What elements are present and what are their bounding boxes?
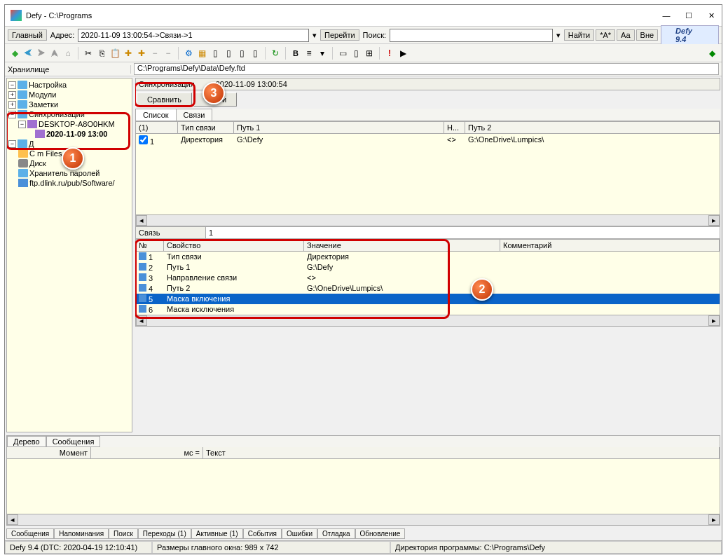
up-icon[interactable]: ⮝ — [49, 48, 60, 59]
tree-settings[interactable]: Настройка — [29, 81, 67, 89]
address-input[interactable] — [78, 29, 309, 42]
vne-toggle[interactable]: Вне — [636, 29, 659, 41]
tree-ftp[interactable]: ftp.dlink.ru/pub/Software/ — [29, 179, 115, 187]
back-icon[interactable]: ⮜ — [22, 48, 34, 59]
link-row[interactable]: 1 Директория G:\Defy <> G:\OneDrive\Lump… — [136, 134, 720, 147]
tree-disk[interactable]: Диск — [29, 159, 46, 168]
tree-hidden[interactable]: Д — [29, 139, 34, 148]
btab-update[interactable]: Обновление — [355, 528, 406, 539]
wildcard-toggle[interactable]: *A* — [596, 29, 615, 41]
tree-notes[interactable]: Заметки — [29, 100, 58, 109]
expand-icon[interactable]: + — [8, 101, 16, 109]
main-button[interactable]: Главный — [8, 29, 47, 41]
btab-transitions[interactable]: Переходы (1) — [138, 528, 191, 539]
cube-icon — [139, 263, 146, 271]
minimize-button[interactable]: — — [661, 11, 671, 20]
add-icon[interactable]: ✚ — [123, 48, 134, 59]
btab-active[interactable]: Активные (1) — [191, 528, 243, 539]
col-path2[interactable]: Путь 2 — [465, 122, 720, 133]
layout3-icon[interactable]: ⊞ — [364, 48, 375, 59]
pcol-prop[interactable]: Свойство — [164, 240, 304, 251]
tab-messages[interactable]: Сообщения — [46, 436, 101, 447]
gear-icon[interactable]: ⚙ — [183, 48, 194, 59]
btab-events[interactable]: События — [243, 528, 282, 539]
layout2-icon[interactable]: ▯ — [350, 48, 362, 59]
folder-icon — [18, 110, 27, 118]
align-icon[interactable]: ≡ — [303, 48, 315, 59]
btab-search[interactable]: Поиск — [109, 528, 138, 539]
tree-sync[interactable]: Синхронизации — [29, 110, 85, 118]
pcol-comment[interactable]: Комментарий — [500, 240, 720, 251]
folder-icon — [18, 169, 28, 177]
del-icon[interactable]: − — [149, 48, 160, 59]
btab-errors[interactable]: Ошибки — [282, 528, 317, 539]
tab-links[interactable]: Связи — [176, 109, 213, 121]
search-dropdown-icon[interactable]: ▾ — [554, 31, 563, 40]
tree-panel[interactable]: −Настройка +Модули +Заметки −Синхронизац… — [6, 78, 132, 432]
expand-icon[interactable]: + — [8, 91, 16, 99]
col-path1[interactable]: Путь 1 — [234, 122, 444, 133]
new-icon[interactable]: ◆ — [9, 48, 20, 59]
alert-icon[interactable]: ! — [384, 48, 395, 59]
copy-icon[interactable]: ⎘ — [96, 48, 107, 59]
folder-icon — [18, 90, 27, 99]
find-button[interactable]: Найти — [564, 29, 594, 41]
folder-icon — [18, 139, 27, 148]
search-input[interactable] — [390, 29, 553, 42]
btab-reminders[interactable]: Напоминания — [54, 528, 109, 539]
scroll-left-icon[interactable]: ◂ — [136, 215, 147, 226]
logcol-moment[interactable]: Момент — [7, 447, 91, 458]
pcol-val[interactable]: Значение — [304, 240, 500, 251]
fwd-icon[interactable]: ⮞ — [36, 48, 47, 59]
col-dir[interactable]: Н... — [444, 122, 465, 133]
pcol-n[interactable]: № — [136, 240, 164, 251]
logcol-ms[interactable]: мс = — [91, 447, 203, 458]
col-type[interactable]: Тип связи — [178, 122, 234, 133]
go-button[interactable]: Перейти — [320, 29, 359, 41]
expand-icon[interactable]: − — [8, 81, 16, 89]
doc4-icon[interactable]: ▯ — [249, 48, 261, 59]
doc2-icon[interactable]: ▯ — [223, 48, 234, 59]
expand-icon[interactable]: − — [18, 121, 26, 128]
tab-tree[interactable]: Дерево — [7, 436, 46, 447]
compare-button[interactable]: Сравнить — [137, 93, 192, 107]
col-1[interactable]: (1) — [136, 122, 178, 133]
tab-list[interactable]: Список — [135, 109, 177, 121]
logcol-text[interactable]: Текст — [203, 447, 720, 458]
layout1-icon[interactable]: ▭ — [337, 48, 348, 59]
scroll-right-icon[interactable]: ▸ — [708, 215, 720, 226]
tree-sync-date[interactable]: 2020-11-09 13:00 — [46, 130, 107, 138]
del2-icon[interactable]: − — [163, 48, 174, 59]
close-button[interactable]: ✕ — [706, 11, 716, 20]
scroll-left-icon[interactable]: ◂ — [136, 315, 147, 326]
doc1-icon[interactable]: ▯ — [210, 48, 221, 59]
scroll-left-icon[interactable]: ◂ — [7, 514, 18, 525]
maximize-button[interactable]: ☐ — [684, 11, 694, 20]
scroll-right-icon[interactable]: ▸ — [708, 315, 720, 326]
add2-icon[interactable]: ✚ — [136, 48, 147, 59]
link-detail-header: Связь 1 — [135, 226, 720, 239]
expand-icon[interactable]: − — [8, 140, 16, 148]
align-dd-icon[interactable]: ▾ — [317, 48, 328, 59]
address-dropdown-icon[interactable]: ▾ — [310, 31, 319, 40]
tree-modules[interactable]: Модули — [29, 90, 56, 99]
bold-icon[interactable]: B — [290, 48, 301, 59]
tree-passwords[interactable]: Хранитель паролей — [29, 169, 99, 177]
row-checkbox[interactable] — [139, 135, 148, 144]
play-icon[interactable]: ▶ — [397, 48, 408, 59]
cut-icon[interactable]: ✂ — [83, 48, 94, 59]
app-icon — [11, 10, 22, 21]
btab-messages[interactable]: Сообщения — [6, 528, 54, 539]
btab-debug[interactable]: Отладка — [317, 528, 355, 539]
property-grid[interactable]: 1Тип связиДиректория 2Путь 1G:\Defy 3Нап… — [136, 252, 720, 315]
expand-icon[interactable]: − — [8, 111, 16, 118]
grid-icon[interactable]: ▦ — [196, 48, 207, 59]
help-icon[interactable]: ◆ — [706, 48, 717, 59]
refresh-icon[interactable]: ↻ — [270, 48, 281, 59]
paste-icon[interactable]: 📋 — [109, 48, 121, 59]
doc3-icon[interactable]: ▯ — [236, 48, 247, 59]
scroll-right-icon[interactable]: ▸ — [708, 514, 720, 525]
home-icon[interactable]: ⌂ — [62, 48, 74, 59]
tree-host[interactable]: DESKTOP-A8O0HKM — [39, 120, 115, 128]
case-toggle[interactable]: Aa — [617, 29, 634, 41]
